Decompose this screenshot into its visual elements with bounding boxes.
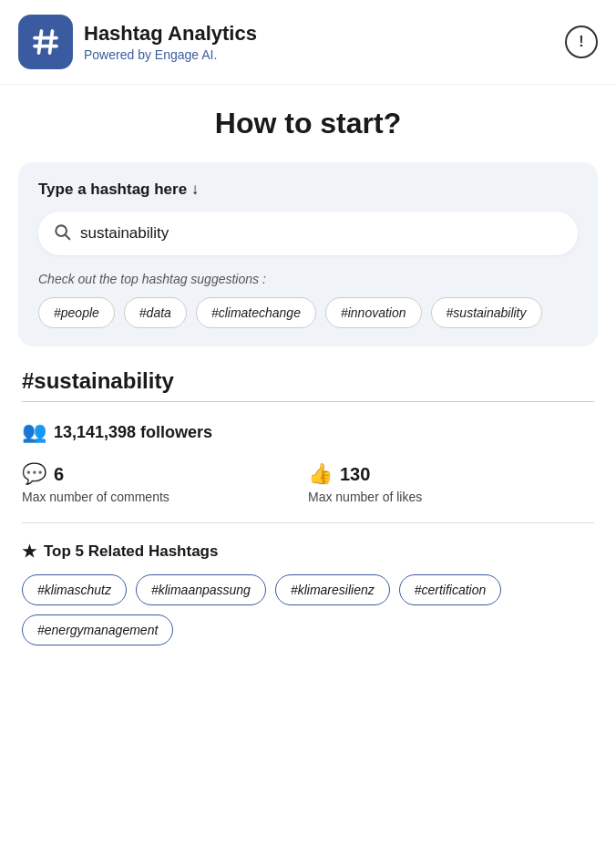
suggestion-pill-sustainability[interactable]: #sustainability [431,297,542,328]
search-card: Type a hashtag here ↓ Check out the top … [18,162,598,346]
info-button[interactable]: ! [565,26,598,58]
comments-label: Max number of comments [22,490,308,504]
suggestion-pill-innovation[interactable]: #innovation [325,297,422,328]
info-icon: ! [579,34,583,50]
followers-row: 👥 13,141,398 followers [22,420,594,444]
comments-stat: 💬 6 Max number of comments [22,462,308,504]
main-content: How to start? Type a hashtag here ↓ Chec… [0,85,616,667]
app-logo [18,15,73,69]
related-pill-klimaresilienz[interactable]: #klimaresilienz [275,574,390,605]
powered-by-prefix: Powered by [84,47,155,62]
powered-by: Powered by Engage AI. [84,47,257,62]
star-icon: ★ [22,542,36,562]
comments-icon: 💬 [22,462,46,486]
related-pill-energymanagement[interactable]: #energymanagement [22,614,173,645]
suggestions-label: Check out the top hashtag suggestions : [38,272,578,286]
results-section: #sustainability 👥 13,141,398 followers 💬… [18,368,598,645]
related-pill-klimaanpassung[interactable]: #klimaanpassung [136,574,266,605]
likes-number-row: 👍 130 [308,462,594,486]
page-title: How to start? [18,107,598,140]
related-pills: #klimaschutz #klimaanpassung #klimaresil… [22,574,594,645]
suggestion-pills: #people #data #climatechange #innovation… [38,297,578,328]
suggestion-pill-people[interactable]: #people [38,297,115,328]
powered-by-brand: Engage AI. [155,47,218,62]
likes-stat: 👍 130 Max number of likes [308,462,594,504]
stats-divider [22,522,594,523]
likes-icon: 👍 [308,462,333,486]
stats-row: 💬 6 Max number of comments 👍 130 Max num… [22,462,594,504]
app-header: Hashtag Analytics Powered by Engage AI. … [0,0,616,85]
likes-label: Max number of likes [308,490,594,504]
comments-count: 6 [54,464,64,485]
svg-line-1 [66,235,70,240]
search-input-wrapper [38,212,578,255]
search-label: Type a hashtag here ↓ [38,181,578,199]
search-icon [53,222,71,244]
related-pill-klimaschutz[interactable]: #klimaschutz [22,574,127,605]
related-title-text: Top 5 Related Hashtags [44,542,218,561]
likes-count: 130 [340,464,370,485]
app-name: Hashtag Analytics [84,22,257,46]
search-input[interactable] [38,212,578,255]
suggestion-pill-data[interactable]: #data [124,297,187,328]
title-divider [22,401,594,402]
header-text: Hashtag Analytics Powered by Engage AI. [84,22,257,62]
related-pill-certification[interactable]: #certification [399,574,502,605]
results-hashtag-title: #sustainability [22,368,594,394]
followers-icon: 👥 [22,420,46,444]
header-left: Hashtag Analytics Powered by Engage AI. [18,15,257,69]
followers-count: 13,141,398 followers [54,423,212,442]
suggestion-pill-climatechange[interactable]: #climatechange [196,297,316,328]
comments-number-row: 💬 6 [22,462,308,486]
related-title-row: ★ Top 5 Related Hashtags [22,542,594,562]
